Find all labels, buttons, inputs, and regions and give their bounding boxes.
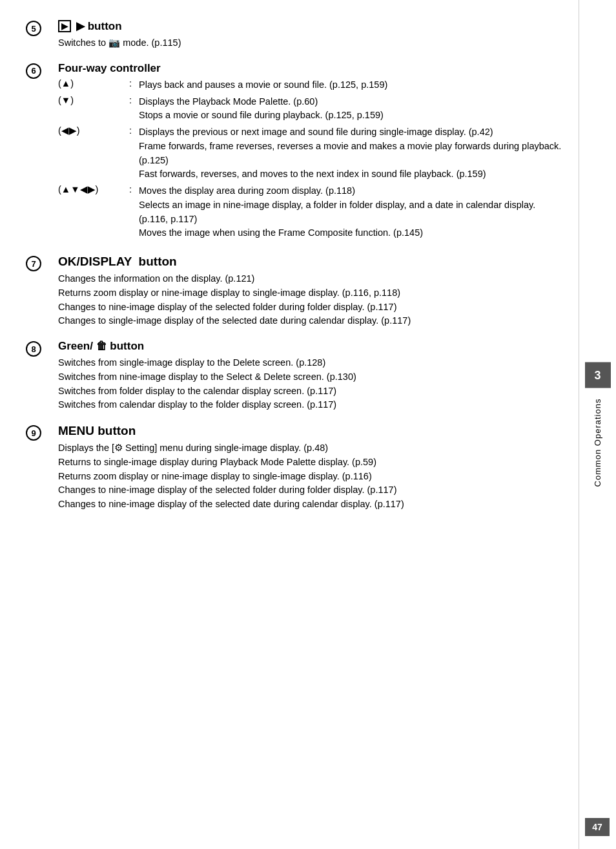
section-5: 5 ▶ ▶ button Switches to 📷 mode. (p.115) [26, 19, 566, 50]
chapter-label: Common Operations [593, 399, 602, 487]
section-9-title: MENU button [58, 424, 566, 438]
right-sidebar: 3 Common Operations 47 [579, 0, 616, 849]
section-5-content: ▶ ▶ button Switches to 📷 mode. (p.115) [58, 19, 566, 50]
chapter-number-box: 3 [585, 362, 611, 388]
chapter-tab: 3 Common Operations [585, 362, 611, 487]
section-6-number: 6 [26, 62, 58, 79]
section-8-body: Switches from single-image display to th… [58, 356, 566, 412]
circle-5: 5 [26, 21, 41, 36]
controller-row-down: (▼) : Displays the Playback Mode Palette… [58, 95, 566, 126]
desc-down: Displays the Playback Mode Palette. (p.6… [139, 95, 566, 126]
section-8: 8 Green/ 🗑 button Switches from single-i… [26, 340, 566, 412]
colon-3: : [129, 125, 139, 184]
page-number: 47 [585, 818, 610, 836]
section-7-title-text: OK/DISPLAY button [58, 255, 177, 269]
section-7: 7 OK/DISPLAY button Changes the informat… [26, 255, 566, 328]
section-9-title-text: MENU button [58, 424, 136, 438]
section-7-content: OK/DISPLAY button Changes the informatio… [58, 255, 566, 328]
section-7-title: OK/DISPLAY button [58, 255, 566, 269]
circle-6: 6 [26, 63, 41, 79]
section-5-title: ▶ ▶ button [58, 19, 566, 33]
circle-8: 8 [26, 341, 41, 357]
controller-table: (▲) : Plays back and pauses a movie or s… [58, 78, 566, 243]
section-5-body: Switches to 📷 mode. (p.115) [58, 36, 566, 50]
section-8-title-text: Green/ 🗑 button [58, 340, 144, 353]
key-all: (▲▼◀▶) [58, 184, 129, 243]
key-lr: (◀▶) [58, 125, 129, 184]
playback-button-icon: ▶ [58, 20, 71, 32]
section-5-number: 5 [26, 19, 58, 36]
section-8-title: Green/ 🗑 button [58, 340, 566, 353]
colon-1: : [129, 78, 139, 95]
page-container: 5 ▶ ▶ button Switches to 📷 mode. (p.115)… [0, 0, 616, 849]
section-8-content: Green/ 🗑 button Switches from single-ima… [58, 340, 566, 412]
colon-4: : [129, 184, 139, 243]
controller-row-up: (▲) : Plays back and pauses a movie or s… [58, 78, 566, 95]
key-up: (▲) [58, 78, 129, 95]
section-6-title-text: Four-way controller [58, 62, 161, 75]
section-7-number: 7 [26, 255, 58, 271]
circle-9: 9 [26, 425, 41, 441]
circle-7: 7 [26, 256, 41, 271]
controller-row-lr: (◀▶) : Displays the previous or next ima… [58, 125, 566, 184]
desc-all: Moves the display area during zoom displ… [139, 184, 566, 243]
section-9-content: MENU button Displays the [⚙ Setting] men… [58, 424, 566, 512]
section-8-number: 8 [26, 340, 58, 357]
desc-lr: Displays the previous or next image and … [139, 125, 566, 184]
chapter-number: 3 [594, 368, 601, 382]
section-5-title-text: ▶ button [76, 19, 122, 33]
section-6-title: Four-way controller [58, 62, 566, 75]
key-down: (▼) [58, 95, 129, 126]
section-7-body: Changes the information on the display. … [58, 272, 566, 328]
section-9: 9 MENU button Displays the [⚙ Setting] m… [26, 424, 566, 512]
section-9-body: Displays the [⚙ Setting] menu during sin… [58, 441, 566, 512]
main-content: 5 ▶ ▶ button Switches to 📷 mode. (p.115)… [0, 0, 579, 849]
controller-row-all: (▲▼◀▶) : Moves the display area during z… [58, 184, 566, 243]
section-6: 6 Four-way controller (▲) : Plays back a… [26, 62, 566, 243]
desc-up: Plays back and pauses a movie or sound f… [139, 78, 566, 95]
section-9-number: 9 [26, 424, 58, 441]
colon-2: : [129, 95, 139, 126]
section-6-content: Four-way controller (▲) : Plays back and… [58, 62, 566, 243]
